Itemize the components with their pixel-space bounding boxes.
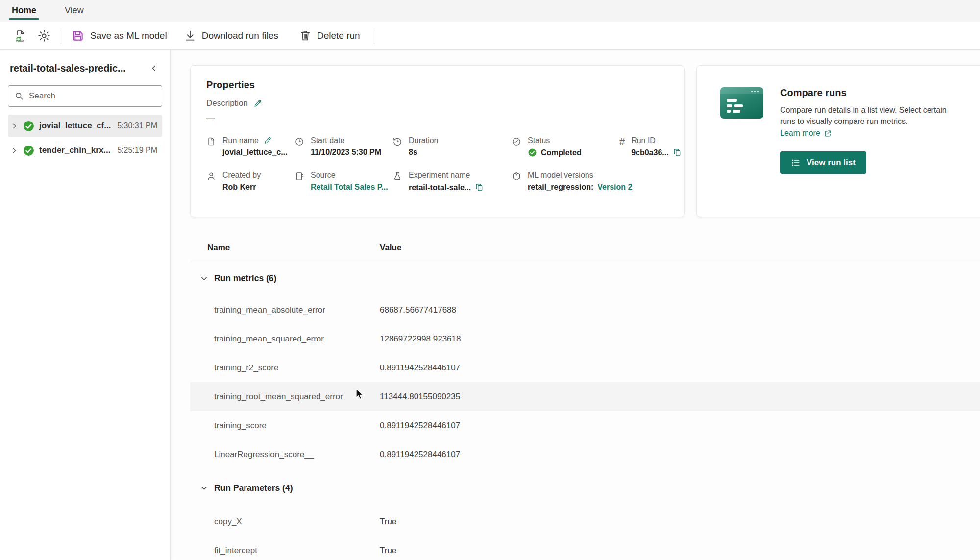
- copy-experiment-name-icon[interactable]: [475, 183, 484, 192]
- run-list-item[interactable]: tender_chin_krx... 5:25:19 PM: [8, 139, 162, 162]
- save-as-ml-model-button[interactable]: Save as ML model: [66, 25, 172, 47]
- compare-runs-card: Compare runs Compare run details in a li…: [696, 65, 980, 217]
- parameter-value: True: [380, 546, 980, 556]
- run-status-check-icon: [23, 145, 35, 157]
- prop-status: Status Completed: [512, 136, 619, 157]
- status-badge: Completed: [541, 148, 582, 157]
- column-header-value: Value: [380, 243, 980, 253]
- learn-more-link[interactable]: Learn more: [780, 129, 832, 138]
- properties-grid: Run name jovial_lettuce_c...: [206, 136, 668, 192]
- delete-run-button[interactable]: Delete run: [294, 25, 365, 46]
- save-as-ml-model-label: Save as ML model: [90, 30, 167, 41]
- run-status-check-icon: [23, 120, 35, 132]
- prop-run-name: Run name jovial_lettuce_c...: [206, 136, 294, 157]
- toolbar-separator: [61, 28, 61, 44]
- view-run-list-button[interactable]: View run list: [780, 151, 866, 174]
- metric-name: training_score: [190, 421, 380, 431]
- cube-icon: [512, 171, 521, 192]
- column-header-name: Name: [190, 243, 380, 253]
- person-icon: [206, 171, 216, 192]
- copy-run-id-icon[interactable]: [673, 148, 682, 157]
- prop-duration: Duration 8s: [392, 136, 512, 157]
- chevron-right-icon[interactable]: [11, 122, 18, 130]
- gear-icon: [37, 29, 51, 43]
- prop-value: 11/10/2023 5:30 PM: [311, 148, 381, 157]
- chevron-down-icon: [200, 274, 208, 283]
- trash-icon: [299, 29, 312, 42]
- save-icon: [71, 29, 85, 43]
- prop-label: Run ID: [631, 136, 668, 145]
- run-list: jovial_lettuce_cf... 5:30:31 PM: [8, 115, 162, 162]
- table-row[interactable]: fit_intercept True: [190, 536, 980, 560]
- parameter-name: fit_intercept: [190, 546, 380, 556]
- table-row[interactable]: training_mean_squared_error 12869722998.…: [190, 324, 980, 353]
- search-icon: [14, 91, 24, 101]
- prop-value: 8s: [409, 148, 438, 157]
- prop-label: Source: [311, 171, 388, 180]
- experiment-sidebar: retail-total-sales-predic...: [0, 50, 171, 560]
- clock-icon: [294, 136, 304, 157]
- edit-description-icon[interactable]: [253, 99, 262, 108]
- collapse-sidebar-button[interactable]: [147, 62, 160, 74]
- properties-title: Properties: [206, 79, 668, 91]
- prop-label: Status: [528, 136, 582, 145]
- edit-run-name-icon[interactable]: [263, 136, 272, 145]
- parameter-value: True: [380, 517, 980, 527]
- run-list-item[interactable]: jovial_lettuce_cf... 5:30:31 PM: [8, 115, 162, 137]
- download-run-files-button[interactable]: Download run files: [179, 25, 283, 46]
- refresh-file-button[interactable]: [9, 25, 32, 47]
- metric-name: training_r2_score: [190, 363, 380, 373]
- prop-label: Start date: [311, 136, 381, 145]
- prop-experiment-name: Experiment name retail-total-sale...: [392, 171, 512, 192]
- table-row[interactable]: training_r2_score 0.8911942528446107: [190, 353, 980, 382]
- metric-value: 0.8911942528446107: [380, 363, 980, 373]
- prop-value: jovial_lettuce_c...: [222, 148, 288, 157]
- section-header-run-parameters[interactable]: Run Parameters (4): [190, 469, 980, 507]
- run-details-page: Home View: [0, 0, 980, 560]
- run-time: 5:25:19 PM: [117, 146, 157, 155]
- metric-name: training_root_mean_squared_error: [190, 392, 380, 402]
- main-content: Properties Description —: [171, 50, 980, 560]
- section-title: Run metrics (6): [214, 273, 276, 284]
- tab-view[interactable]: View: [61, 0, 88, 22]
- table-row[interactable]: training_mean_absolute_error 68687.56677…: [190, 295, 980, 324]
- metric-value: 12869722998.923618: [380, 334, 980, 344]
- page-icon: [206, 136, 216, 157]
- table-row[interactable]: copy_X True: [190, 507, 980, 536]
- status-icon: [512, 136, 521, 157]
- metric-value: 0.8911942528446107: [380, 421, 980, 431]
- metric-value: 113444.80155090235: [380, 392, 980, 402]
- compare-runs-description: Compare run details in a list view. Sele…: [780, 104, 956, 127]
- prop-value: retail-total-sale...: [409, 183, 471, 192]
- download-icon: [184, 29, 196, 42]
- table-row[interactable]: LinearRegression_score__ 0.8911942528446…: [190, 440, 980, 469]
- prop-ml-model-versions: ML model versions retail_regression: Ver…: [512, 171, 668, 192]
- table-row[interactable]: training_score 0.8911942528446107: [190, 411, 980, 440]
- table-row-hovered[interactable]: training_root_mean_squared_error 113444.…: [190, 382, 980, 411]
- prop-label: ML model versions: [528, 171, 632, 180]
- chevron-down-icon: [200, 484, 208, 492]
- learn-more-label: Learn more: [780, 129, 820, 138]
- prop-label: Duration: [409, 136, 438, 145]
- run-time: 5:30:31 PM: [117, 122, 157, 130]
- model-version-link[interactable]: Version 2: [597, 183, 632, 192]
- experiment-title: retail-total-sales-predic...: [10, 63, 126, 74]
- table-header: Name Value: [190, 235, 980, 261]
- source-link[interactable]: Retail Total Sales P...: [311, 183, 388, 192]
- settings-button[interactable]: [32, 25, 56, 47]
- model-name: retail_regression:: [528, 183, 593, 192]
- view-run-list-label: View run list: [807, 158, 856, 168]
- compare-runs-illustration: [720, 87, 763, 119]
- prop-run-id: # Run ID 9cb0a36...: [619, 136, 668, 157]
- section-header-run-metrics[interactable]: Run metrics (6): [190, 261, 980, 295]
- prop-source: Source Retail Total Sales P...: [294, 171, 392, 192]
- metric-name: training_mean_absolute_error: [190, 305, 380, 315]
- completed-check-icon: [528, 148, 537, 157]
- chevron-right-icon[interactable]: [11, 147, 18, 154]
- search-input[interactable]: [29, 91, 156, 101]
- run-search-box: [8, 85, 162, 107]
- chevron-left-icon: [149, 64, 158, 73]
- tab-home[interactable]: Home: [8, 0, 40, 22]
- properties-card: Properties Description —: [190, 65, 685, 217]
- section-title: Run Parameters (4): [214, 483, 293, 493]
